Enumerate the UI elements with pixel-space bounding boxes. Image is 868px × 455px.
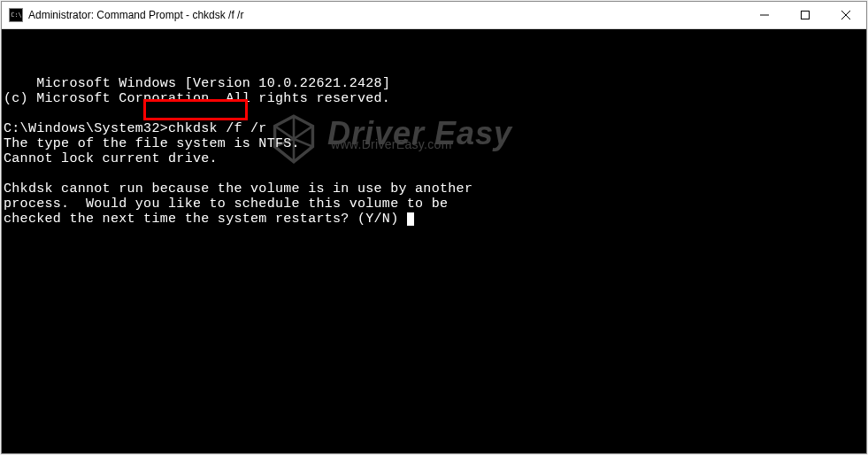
output-line: Microsoft Windows [Version 10.0.22621.24… xyxy=(36,76,390,91)
output-line: The type of the file system is NTFS. xyxy=(4,136,300,151)
typed-command: chkdsk /f /r xyxy=(168,121,267,136)
output-line: Cannot lock current drive. xyxy=(4,151,218,166)
command-prompt-window: C:\ Administrator: Command Prompt - chkd… xyxy=(1,1,867,454)
watermark-title: Driver Easy xyxy=(327,126,512,141)
titlebar[interactable]: C:\ Administrator: Command Prompt - chkd… xyxy=(2,2,866,29)
maximize-button[interactable] xyxy=(785,2,826,28)
prompt-path: C:\Windows\System32> xyxy=(4,121,168,136)
terminal-area[interactable]: Driver Easy www.DriverEasy.com Microsoft… xyxy=(2,29,866,453)
output-line: Chkdsk cannot run because the volume is … xyxy=(4,181,472,197)
output-line: (c) Microsoft Corporation. All rights re… xyxy=(4,91,390,106)
cmd-icon: C:\ xyxy=(9,8,23,22)
watermark-url: www.DriverEasy.com xyxy=(331,137,512,152)
prompt-line: C:\Windows\System32>chkdsk /f /r xyxy=(4,121,267,136)
window-title: Administrator: Command Prompt - chkdsk /… xyxy=(28,9,744,21)
output-line: checked the next time the system restart… xyxy=(4,212,414,227)
output-line: process. Would you like to schedule this… xyxy=(4,197,448,212)
svg-rect-1 xyxy=(802,12,810,19)
window-controls xyxy=(744,2,866,28)
cursor xyxy=(407,212,414,226)
minimize-button[interactable] xyxy=(744,2,785,28)
close-button[interactable] xyxy=(826,2,866,28)
